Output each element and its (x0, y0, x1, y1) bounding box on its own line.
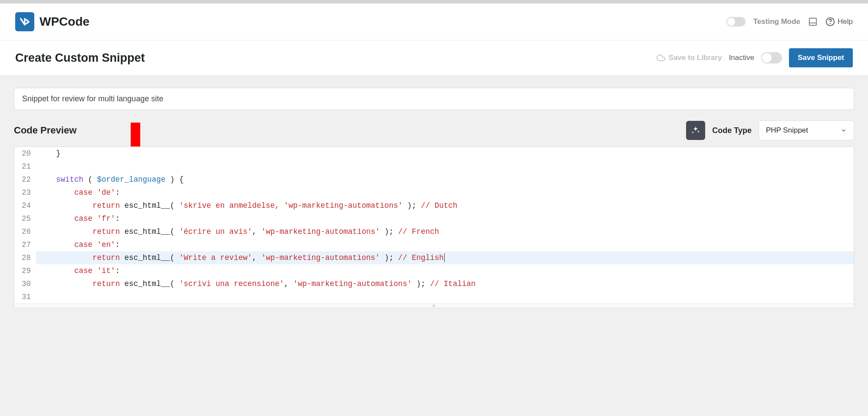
code-editor-wrap: 20 }2122 switch ( $order_language ) {23 … (14, 146, 854, 308)
chevron-down-icon (841, 127, 847, 133)
active-toggle[interactable] (761, 52, 782, 63)
testing-mode-label: Testing Mode (753, 17, 800, 26)
page-title: Create Custom Snippet (15, 51, 145, 65)
line-number: 20 (14, 147, 36, 160)
line-content[interactable]: return esc_html__( 'skrive en anmeldelse… (36, 199, 854, 212)
code-line[interactable]: 29 case 'it': (14, 264, 854, 277)
code-line[interactable]: 26 return esc_html__( 'écrire un avis', … (14, 225, 854, 238)
code-preview-title: Code Preview (14, 125, 76, 136)
line-number: 29 (14, 264, 36, 277)
code-type-value: PHP Snippet (766, 126, 808, 135)
line-number: 30 (14, 277, 36, 290)
cloud-icon (657, 53, 665, 62)
line-number: 25 (14, 212, 36, 225)
logo[interactable]: WPCode (15, 12, 89, 31)
line-content[interactable] (36, 290, 854, 303)
logo-text: WPCode (40, 15, 89, 29)
code-line[interactable]: 27 case 'en': (14, 238, 854, 251)
line-content[interactable] (36, 160, 854, 173)
line-content[interactable]: } (36, 147, 854, 160)
line-number: 22 (14, 173, 36, 186)
line-number: 23 (14, 186, 36, 199)
help-label: Help (838, 17, 853, 26)
panel-icon[interactable] (808, 17, 818, 27)
code-line[interactable]: 28 return esc_html__( 'Write a review', … (14, 251, 854, 264)
app-header: WPCode Testing Mode Help (0, 3, 868, 40)
code-line[interactable]: 24 return esc_html__( 'skrive en anmelde… (14, 199, 854, 212)
line-number: 26 (14, 225, 36, 238)
subheader-actions: Save to Library Inactive Save Snippet (657, 48, 853, 67)
save-to-library-label: Save to Library (669, 53, 722, 62)
line-number: 21 (14, 160, 36, 173)
line-content[interactable]: case 'en': (36, 238, 854, 251)
testing-mode-toggle[interactable] (726, 17, 746, 27)
line-number: 24 (14, 199, 36, 212)
code-line[interactable]: 31 (14, 290, 854, 303)
status-label: Inactive (729, 53, 755, 62)
header-actions: Testing Mode Help (726, 17, 853, 27)
code-line[interactable]: 25 case 'fr': (14, 212, 854, 225)
line-content[interactable]: return esc_html__( 'Write a review', 'wp… (36, 251, 854, 264)
code-line[interactable]: 20 } (14, 147, 854, 160)
code-line[interactable]: 30 return esc_html__( 'scrivi una recens… (14, 277, 854, 290)
help-button[interactable]: Help (825, 17, 853, 27)
window-top-bar (0, 0, 868, 3)
help-icon (825, 17, 835, 27)
code-preview-header: Code Preview Code Type PHP Snippet (14, 120, 854, 140)
wpcode-logo-icon (15, 12, 34, 31)
content-area: Code Preview Code Type PHP Snippet (0, 76, 868, 320)
editor-resize-handle[interactable]: ≡ (14, 303, 854, 308)
line-content[interactable]: case 'de': (36, 186, 854, 199)
page-subheader: Create Custom Snippet Save to Library In… (0, 40, 868, 76)
line-content[interactable]: return esc_html__( 'écrire un avis', 'wp… (36, 225, 854, 238)
sparkle-icon (691, 126, 700, 135)
code-line[interactable]: 22 switch ( $order_language ) { (14, 173, 854, 186)
save-snippet-button[interactable]: Save Snippet (789, 48, 853, 67)
code-type-select[interactable]: PHP Snippet (759, 120, 854, 140)
svg-point-3 (830, 23, 831, 24)
line-content[interactable]: switch ( $order_language ) { (36, 173, 854, 186)
code-line[interactable]: 23 case 'de': (14, 186, 854, 199)
save-to-library-button[interactable]: Save to Library (657, 53, 722, 62)
line-content[interactable]: return esc_html__( 'scrivi una recension… (36, 277, 854, 290)
line-number: 27 (14, 238, 36, 251)
line-number: 31 (14, 290, 36, 303)
ai-generate-button[interactable] (686, 121, 705, 140)
line-number: 28 (14, 251, 36, 264)
line-content[interactable]: case 'fr': (36, 212, 854, 225)
line-content[interactable]: case 'it': (36, 264, 854, 277)
preview-controls: Code Type PHP Snippet (686, 120, 854, 140)
code-editor[interactable]: 20 }2122 switch ( $order_language ) {23 … (14, 146, 854, 308)
code-type-label: Code Type (712, 126, 752, 135)
snippet-title-input[interactable] (14, 88, 854, 110)
svg-rect-0 (809, 18, 817, 26)
code-line[interactable]: 21 (14, 160, 854, 173)
